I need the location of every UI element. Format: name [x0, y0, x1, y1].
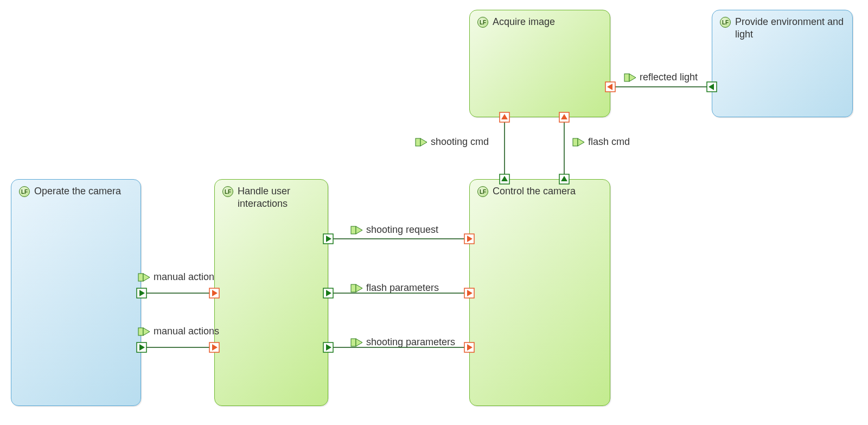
svg-marker-3	[143, 328, 150, 335]
svg-rect-10	[416, 138, 420, 146]
svg-rect-6	[351, 284, 356, 292]
tag-icon	[624, 73, 637, 82]
flow-text: reflected light	[640, 72, 698, 83]
svg-marker-1	[143, 274, 150, 281]
flow-label-flash-parameters: flash parameters	[350, 282, 439, 294]
flow-label-shooting-cmd: shooting cmd	[415, 136, 489, 148]
svg-marker-11	[420, 138, 427, 146]
svg-rect-4	[351, 226, 356, 234]
svg-rect-8	[351, 339, 356, 346]
svg-marker-15	[629, 74, 636, 81]
block-provide-environment-light[interactable]: LF Provide environment and light	[712, 10, 853, 117]
flow-label-shooting-parameters: shooting parameters	[350, 337, 455, 348]
tag-icon	[138, 327, 151, 336]
flow-label-manual-action: manual action	[138, 271, 214, 283]
flow-text: manual action	[154, 271, 214, 282]
block-acquire-image[interactable]: LF Acquire image	[469, 10, 610, 117]
flow-text: flash cmd	[588, 136, 630, 147]
flow-label-shooting-request: shooting request	[350, 224, 438, 236]
tag-icon	[350, 284, 363, 293]
svg-marker-7	[356, 284, 362, 292]
flow-label-reflected-light: reflected light	[624, 72, 698, 83]
flow-text: flash parameters	[366, 282, 439, 293]
flow-text: manual actions	[154, 326, 219, 337]
tag-icon	[350, 226, 363, 234]
svg-rect-0	[138, 274, 143, 281]
block-handle-user-interactions[interactable]: LF Handle user interactions	[214, 179, 328, 406]
svg-rect-12	[573, 138, 578, 146]
flow-text: shooting cmd	[431, 136, 489, 147]
tag-icon	[350, 338, 363, 347]
svg-rect-2	[138, 328, 143, 335]
block-title: Control the camera	[493, 185, 604, 198]
flow-label-manual-actions: manual actions	[138, 326, 219, 337]
block-title: Acquire image	[493, 16, 604, 28]
block-title: Handle user interactions	[238, 185, 322, 210]
svg-marker-13	[578, 138, 584, 146]
lf-icon: LF	[222, 186, 233, 197]
lf-icon: LF	[477, 186, 488, 197]
tag-icon	[572, 138, 585, 147]
lf-icon: LF	[720, 17, 731, 28]
flow-text: shooting request	[366, 224, 438, 235]
tag-icon	[138, 273, 151, 282]
block-operate-camera[interactable]: LF Operate the camera	[11, 179, 141, 406]
tag-icon	[415, 138, 428, 147]
lf-icon: LF	[19, 186, 30, 197]
flow-text: shooting parameters	[366, 337, 455, 347]
flow-label-flash-cmd: flash cmd	[572, 136, 630, 148]
block-control-camera[interactable]: LF Control the camera	[469, 179, 610, 406]
svg-marker-9	[356, 339, 362, 346]
svg-rect-14	[624, 74, 629, 81]
lf-icon: LF	[477, 17, 488, 28]
svg-marker-5	[356, 226, 362, 234]
block-title: Operate the camera	[34, 185, 135, 198]
block-title: Provide environment and light	[735, 16, 847, 40]
